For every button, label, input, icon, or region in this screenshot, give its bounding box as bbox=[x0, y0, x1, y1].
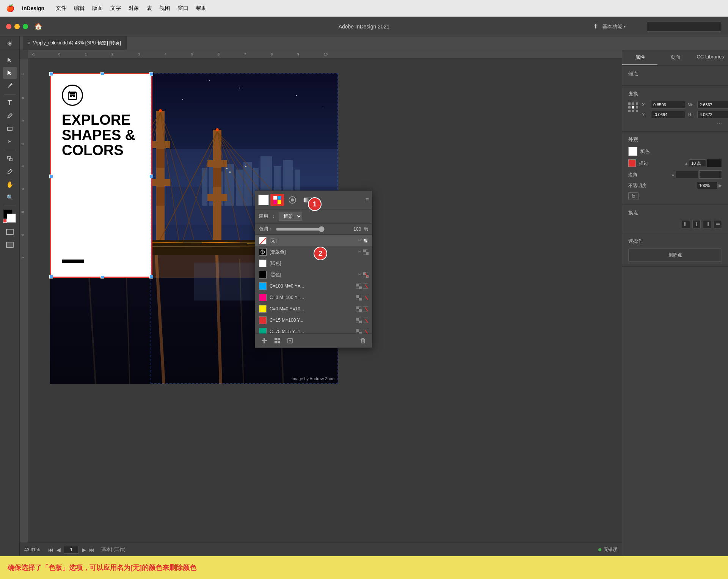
selection-handle-tl[interactable] bbox=[49, 72, 53, 76]
minimize-button[interactable] bbox=[14, 24, 20, 29]
x-input[interactable] bbox=[651, 101, 685, 109]
show-all-swatches-button[interactable] bbox=[272, 336, 282, 345]
delete-swatch-button[interactable] bbox=[358, 336, 368, 345]
eyedropper-tool[interactable] bbox=[3, 165, 17, 178]
swatch-cyan[interactable]: C=100 M=0 Y=... bbox=[255, 280, 372, 292]
transform-tool[interactable] bbox=[3, 153, 17, 165]
apple-menu[interactable]: 🍎 bbox=[6, 4, 14, 13]
apply-color-box[interactable] bbox=[3, 219, 7, 223]
anchor-align-btn-1[interactable] bbox=[682, 220, 690, 228]
normal-mode-btn[interactable] bbox=[3, 226, 17, 238]
anchor-align-btn-4[interactable] bbox=[714, 220, 722, 228]
fill-mode-swatch[interactable] bbox=[258, 195, 269, 205]
pen-tool[interactable] bbox=[3, 80, 17, 92]
layers-icon[interactable]: ◈ bbox=[8, 39, 12, 47]
fx-button[interactable]: fx bbox=[628, 192, 639, 200]
select-tool[interactable] bbox=[3, 54, 17, 66]
selection-handle-bl[interactable] bbox=[49, 275, 53, 278]
ref-dot-mr[interactable] bbox=[636, 106, 638, 109]
tab-pages[interactable]: 页面 bbox=[657, 50, 693, 65]
anchor-align-btn-3[interactable] bbox=[703, 220, 711, 228]
stroke-value-input[interactable] bbox=[689, 159, 706, 167]
menu-text[interactable]: 文字 bbox=[110, 5, 121, 12]
prev-page-button[interactable]: ◀ bbox=[56, 547, 61, 553]
stroke-color-box[interactable] bbox=[7, 214, 16, 223]
ref-dot-tr[interactable] bbox=[636, 102, 638, 105]
share-icon[interactable]: ⬆ bbox=[593, 23, 598, 30]
zoom-tool[interactable]: 🔍 bbox=[3, 191, 17, 203]
h-input[interactable] bbox=[697, 111, 728, 118]
menu-edit[interactable]: 编辑 bbox=[74, 5, 85, 12]
y-input[interactable] bbox=[651, 111, 685, 118]
menu-table[interactable]: 表 bbox=[147, 5, 152, 12]
page-number-input[interactable] bbox=[64, 546, 79, 554]
swatches-mode-button[interactable] bbox=[270, 194, 284, 206]
white-card[interactable]: EXPLORE SHAPES & COLORS bbox=[50, 73, 152, 278]
maximize-button[interactable] bbox=[23, 24, 28, 29]
home-icon[interactable]: 🏠 bbox=[34, 22, 42, 31]
w-input[interactable] bbox=[697, 101, 728, 109]
document-tab[interactable]: × *Apply_color.indd @ 43% [GPU 预览] [转换] bbox=[23, 36, 127, 50]
apply-dropdown[interactable]: 框架 bbox=[279, 212, 302, 221]
direct-select-tool[interactable] bbox=[3, 67, 17, 79]
ref-dot-tc[interactable] bbox=[632, 102, 634, 105]
ref-dot-tl[interactable] bbox=[628, 102, 631, 105]
scissors-tool[interactable]: ✂ bbox=[3, 135, 17, 148]
reference-point-grid[interactable] bbox=[628, 102, 639, 113]
corner-input[interactable] bbox=[676, 171, 698, 178]
workspace-button[interactable]: 基本功能 ▾ bbox=[602, 23, 626, 30]
preview-mode-btn[interactable] bbox=[3, 239, 17, 251]
tab-close-icon[interactable]: × bbox=[28, 41, 30, 45]
tab-cc-libraries[interactable]: CC Libraries bbox=[693, 50, 728, 65]
first-page-button[interactable]: ⏮ bbox=[48, 547, 53, 553]
menu-layout[interactable]: 版面 bbox=[92, 5, 103, 12]
search-box[interactable] bbox=[646, 22, 722, 31]
selection-handle-bc[interactable] bbox=[100, 275, 104, 278]
swatch-teal[interactable]: C=75 M=5 Y=1... bbox=[255, 326, 372, 334]
corner-arrow-up[interactable]: ▲ bbox=[671, 173, 675, 177]
corner-style-dropdown[interactable] bbox=[699, 170, 722, 179]
type-tool[interactable]: T bbox=[3, 97, 17, 109]
ref-dot-br[interactable] bbox=[636, 110, 638, 112]
ref-dot-bl[interactable] bbox=[628, 110, 631, 112]
delete-anchor-button[interactable]: 删除点 bbox=[628, 249, 722, 262]
swatch-yellow[interactable]: C=0 M=0 Y=10... bbox=[255, 303, 372, 315]
menu-object[interactable]: 对象 bbox=[129, 5, 139, 12]
fill-swatch[interactable] bbox=[628, 147, 637, 156]
pencil-tool[interactable] bbox=[3, 110, 17, 122]
new-color-group-button[interactable] bbox=[259, 336, 270, 345]
tab-properties[interactable]: 属性 bbox=[622, 50, 657, 65]
color-picker-button[interactable] bbox=[286, 194, 299, 206]
opacity-expand-icon[interactable]: ▶ bbox=[719, 183, 722, 188]
selection-handle-tc[interactable] bbox=[100, 72, 104, 75]
menu-window[interactable]: 窗口 bbox=[178, 5, 188, 12]
stroke-style-box[interactable] bbox=[707, 159, 722, 167]
menu-file[interactable]: 文件 bbox=[56, 5, 66, 12]
stroke-arrow-up[interactable]: ▲ bbox=[684, 161, 688, 165]
swatch-black[interactable]: [黑色] ✂ bbox=[255, 269, 372, 280]
shape-tool[interactable] bbox=[3, 123, 17, 135]
swatch-paper[interactable]: [纸色] bbox=[255, 258, 372, 269]
swatch-magenta[interactable]: C=0 M=100 Y=... bbox=[255, 292, 372, 303]
app-name[interactable]: InDesign bbox=[22, 5, 44, 11]
next-page-button[interactable]: ▶ bbox=[82, 547, 86, 553]
hand-tool[interactable]: ✋ bbox=[3, 178, 17, 190]
ref-dot-mc[interactable] bbox=[632, 106, 634, 109]
swatch-none[interactable]: [无] ✂ bbox=[255, 235, 372, 246]
close-button[interactable] bbox=[6, 24, 11, 29]
swatch-red[interactable]: C=15 M=100 Y... bbox=[255, 315, 372, 326]
opacity-input[interactable] bbox=[697, 182, 718, 189]
last-page-button[interactable]: ⏭ bbox=[89, 547, 94, 553]
stroke-color-indicator[interactable] bbox=[628, 159, 636, 167]
more-options-icon[interactable]: ··· bbox=[717, 120, 722, 127]
panel-options-icon[interactable]: ≡ bbox=[366, 197, 369, 203]
tint-slider[interactable] bbox=[276, 226, 325, 232]
svg-rect-106 bbox=[278, 196, 281, 200]
ref-dot-bc[interactable] bbox=[632, 110, 634, 112]
ref-dot-ml[interactable] bbox=[628, 106, 631, 109]
selection-handle-ml[interactable] bbox=[49, 175, 53, 178]
add-swatch-button[interactable] bbox=[285, 336, 295, 345]
anchor-align-btn-2[interactable] bbox=[692, 220, 701, 228]
menu-help[interactable]: 帮助 bbox=[196, 5, 207, 12]
menu-view[interactable]: 视图 bbox=[160, 5, 170, 12]
